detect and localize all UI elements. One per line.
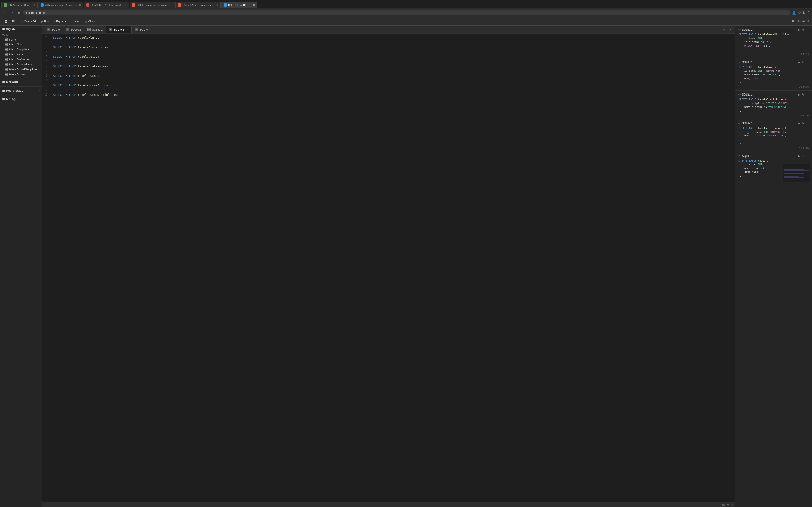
share-tab-action-button[interactable]: ⎘ bbox=[721, 27, 726, 33]
new-tab-action-button[interactable]: ⊞ bbox=[714, 27, 720, 33]
code-line-10: 10 bbox=[42, 78, 735, 83]
sqlite-db-header[interactable]: ⊞ SQLite ▾ bbox=[0, 25, 42, 33]
menu-dots-icon[interactable]: ⋮ bbox=[807, 11, 810, 15]
browser-tab-4[interactable]: SQLite online: conhecendo i... × bbox=[130, 2, 175, 8]
sidebar-item-tabelanotas[interactable]: ▦ tabelaNotas ‹ bbox=[0, 52, 42, 57]
sqlite-collapse-icon[interactable]: ▾ bbox=[38, 27, 40, 31]
sidebar-item-label-tabeladisciplinas: tabelaDisciplinas bbox=[9, 48, 37, 51]
browser-tab-6[interactable]: SQL OnLine IDE × bbox=[221, 2, 257, 8]
sidebar-item-label-tabelanotas: tabelaNotas bbox=[9, 53, 37, 56]
database-icon: ⊙ bbox=[21, 20, 23, 23]
table-view-icon[interactable]: ⊞ bbox=[722, 503, 725, 507]
sidebar-item-tabelaalunos[interactable]: ▦ tabelaAlunos ‹ bbox=[0, 42, 42, 47]
browser-tab-2[interactable]: alt.bank: agenda - 4 dias, a p... × bbox=[38, 2, 83, 8]
new-tab-button[interactable]: + bbox=[258, 2, 264, 8]
thumb-line-1 bbox=[784, 168, 809, 168]
sidebar-item-demo[interactable]: ▦ demo ‹ bbox=[0, 37, 42, 42]
history-edit-5[interactable]: ✎ bbox=[802, 154, 804, 158]
history-more-4[interactable]: ⋮ bbox=[806, 121, 809, 125]
history-more-3[interactable]: ⋮ bbox=[806, 93, 809, 97]
postgresql-collapse-icon[interactable]: ‹ bbox=[39, 89, 40, 92]
mail-icon[interactable]: ✉ bbox=[802, 20, 805, 23]
demo-table-icon: ▦ bbox=[5, 38, 8, 41]
browser-tab-5[interactable]: Fórum | Alura - Cursos online... × bbox=[175, 2, 221, 8]
history-more-5[interactable]: ⋮ bbox=[806, 154, 809, 158]
tab-close-1[interactable]: × bbox=[33, 3, 35, 7]
pencil-icon-5: ✏ bbox=[739, 154, 741, 158]
history-play-4[interactable]: ▶ bbox=[798, 121, 800, 125]
pencil-icon-1: ✏ bbox=[739, 28, 741, 31]
bookmark-icon[interactable]: ☆ bbox=[798, 11, 801, 15]
editor-tab-label-sqlite2: SQLite.2 bbox=[92, 28, 103, 31]
editor-tab-sqlite1[interactable]: ▦ SQLite.1 bbox=[63, 26, 84, 33]
mssql-db-header[interactable]: ⊞ MS SQL ‹ bbox=[0, 96, 42, 103]
history-edit-4[interactable]: ✎ bbox=[802, 121, 804, 125]
tab-close-3[interactable]: × bbox=[125, 3, 126, 7]
history-play-3[interactable]: ▶ bbox=[798, 93, 800, 97]
history-edit-3[interactable]: ✎ bbox=[802, 93, 804, 97]
sidebar-item-tabelaprofessores[interactable]: ▦ tabelaProfessores ‹ bbox=[0, 57, 42, 62]
history-edit-2[interactable]: ✎ bbox=[802, 60, 804, 64]
settings-icon[interactable]: ⚙ bbox=[807, 20, 809, 23]
file-menu-button[interactable]: File bbox=[10, 19, 18, 24]
browser-tab-1[interactable]: HR And You - Chat × bbox=[1, 2, 38, 8]
history-play-2[interactable]: ▶ bbox=[798, 60, 800, 64]
import-button[interactable]: ↓ Import bbox=[69, 19, 82, 24]
mssql-collapse-icon[interactable]: ‹ bbox=[39, 98, 40, 101]
profile-icon[interactable]: 👤 bbox=[792, 11, 796, 15]
owner-db-button[interactable]: ⊙ Owner DB bbox=[19, 19, 38, 24]
postgresql-db-header[interactable]: ⊞ PostgreSQL ‹ bbox=[0, 87, 42, 94]
editor-tabs: ▦ SQLite ▦ SQLite.1 ▦ SQLite.2 ▦ SQLite.… bbox=[42, 25, 735, 34]
app: ☰ File ⊙ Owner DB ▶ Run ↑ Export ▾ ↓ Imp… bbox=[0, 17, 812, 507]
editor-tab-sqlite[interactable]: ▦ SQLite bbox=[44, 26, 63, 33]
client-button[interactable]: ⊞ Client bbox=[83, 19, 97, 24]
editor-tab-close-sqlite3[interactable]: ● bbox=[125, 28, 129, 31]
history-more-1[interactable]: ⋮ bbox=[806, 28, 809, 32]
download-icon[interactable]: ⬇ bbox=[802, 11, 805, 15]
tabelaturmas-table-icon: ▦ bbox=[5, 73, 8, 76]
editor-tab-icon-sqlite: ▦ bbox=[47, 28, 50, 31]
sidebar-item-tabelaturmadisciplinas[interactable]: ▦ tabelaTurmaDisciplinas ‹ bbox=[0, 67, 42, 72]
tab-close-4[interactable]: × bbox=[170, 3, 172, 7]
editor-tab-icon-sqlite2: ▦ bbox=[88, 28, 91, 31]
tab-label-5: Fórum | Alura - Cursos online... bbox=[183, 4, 215, 6]
more-tab-action-button[interactable]: ⋮ bbox=[728, 27, 733, 33]
editor-tab-sqlite3[interactable]: ▦ SQLite.3 ● bbox=[106, 26, 132, 33]
tab-close-2[interactable]: × bbox=[79, 3, 81, 7]
sidebar-item-label-tabelaprofessores: tabelaProfessores bbox=[9, 58, 37, 61]
tab-close-6[interactable]: × bbox=[253, 3, 255, 7]
url-input[interactable]: sqliteonline.com bbox=[23, 10, 790, 15]
hamburger-menu-button[interactable]: ☰ bbox=[3, 19, 9, 24]
run-button[interactable]: ▶ Run bbox=[39, 19, 51, 24]
back-button[interactable]: ← bbox=[2, 10, 7, 15]
forward-button[interactable]: → bbox=[9, 10, 14, 15]
tab-icon-1 bbox=[4, 3, 7, 7]
sidebar-item-tabelaturmas[interactable]: ▦ tabelaTurmas ‹ bbox=[0, 72, 42, 77]
export-button[interactable]: ↑ Export ▾ bbox=[52, 19, 68, 24]
history-edit-1[interactable]: ✎ bbox=[802, 28, 804, 32]
tab-close-5[interactable]: × bbox=[216, 3, 218, 7]
mariadb-db-header[interactable]: ⊞ MariaDB ‹ bbox=[0, 78, 42, 86]
history-play-1[interactable]: ▶ bbox=[798, 28, 800, 32]
sidebar-item-tabeladisciplinas[interactable]: ▦ tabelaDisciplinas ‹ bbox=[0, 47, 42, 52]
history-play-5[interactable]: ▶ bbox=[798, 154, 800, 158]
reload-button[interactable]: ↻ bbox=[16, 10, 21, 15]
export-icon: ↑ bbox=[54, 20, 55, 23]
chart-view-icon[interactable]: ▦ bbox=[726, 503, 729, 507]
toolbar-right: Sign In ✉ ⚙ bbox=[792, 20, 809, 23]
text-view-icon[interactable]: ≡ bbox=[731, 503, 733, 507]
mariadb-collapse-icon[interactable]: ‹ bbox=[39, 80, 40, 84]
line-number-10: 10 bbox=[42, 78, 51, 83]
sidebar-item-tabelaturmaalunos[interactable]: ▦ tabelaTurmaAlunos ‹ bbox=[0, 62, 42, 67]
sign-in-button[interactable]: Sign In bbox=[792, 20, 801, 23]
sidebar-item-label-tabelaturmaalunos: tabelaTurmaAlunos bbox=[9, 63, 37, 66]
browser-tab-3[interactable]: [JIRA] (CB-144) [Borrower] A... × bbox=[84, 2, 129, 8]
editor-tab-sqlite2[interactable]: ▦ SQLite.2 bbox=[85, 26, 106, 33]
history-item-3: ✏ SQLite.1 ▶ ✎ ⋮ CREATE TABLE tabelaDisc… bbox=[735, 91, 812, 119]
toolbar: ☰ File ⊙ Owner DB ▶ Run ↑ Export ▾ ↓ Imp… bbox=[0, 17, 812, 25]
tab-bar: HR And You - Chat × alt.bank: agenda - 4… bbox=[0, 0, 812, 8]
code-editor[interactable]: 1 SELECT * FROM tabelaAlunos; 2 3 SELECT… bbox=[42, 34, 735, 502]
line-number-8: 8 bbox=[42, 69, 51, 73]
editor-tab-sqlite4[interactable]: ▦ SQLite.4 bbox=[132, 26, 153, 33]
history-more-2[interactable]: ⋮ bbox=[806, 60, 809, 64]
